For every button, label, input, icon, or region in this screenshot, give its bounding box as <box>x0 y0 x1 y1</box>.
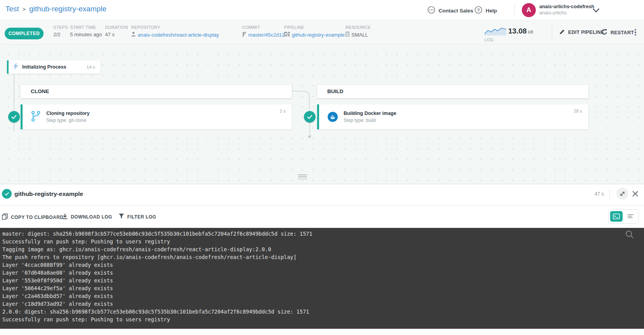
breadcrumb-parent-link[interactable]: Test <box>5 5 19 13</box>
contact-sales-button[interactable]: Contact Sales <box>427 6 473 15</box>
resource-icon <box>346 32 349 38</box>
connector-end-dot <box>308 135 311 138</box>
connector-build-tail <box>309 123 310 134</box>
contact-sales-label: Contact Sales <box>439 8 473 14</box>
log-panel: github-registry-example 47 s COPY TO CLI… <box>0 184 644 335</box>
terminal-icon <box>613 213 620 219</box>
stage-header-clone: CLONE <box>21 85 292 98</box>
panel-title: github-registry-example <box>14 190 83 197</box>
field-commit: COMMIT master/45c2d12 <box>242 25 284 38</box>
download-icon <box>62 213 68 220</box>
step-building-docker-image[interactable]: Building Docker image Step type: build 2… <box>317 104 588 129</box>
raw-text-view-button[interactable] <box>625 211 637 222</box>
help-icon: ? <box>474 6 483 15</box>
log-size-value: 13.08kB <box>508 27 533 35</box>
user-name: anais-urlichs-codefresh <box>539 4 594 9</box>
copy-to-clipboard-button[interactable]: COPY TO CLIPBOARD <box>2 213 63 221</box>
connector-clone-tail <box>14 123 14 131</box>
expand-panel-button[interactable] <box>616 188 628 200</box>
panel-success-check-icon <box>2 189 12 199</box>
more-options-kebab-icon[interactable] <box>632 28 639 37</box>
step-duration: 28 s <box>574 109 582 113</box>
log-line: Layer 'c2a463dbbd57' already exists <box>2 293 644 301</box>
step-subtitle: Step type: build <box>344 118 396 123</box>
log-line: Layer '553e0f8f950d' already exists <box>2 277 644 285</box>
pipeline-settings-icon <box>284 32 290 38</box>
field-pipeline: PIPELINE github-registry-example <box>284 25 345 38</box>
text-lines-icon <box>628 214 634 219</box>
connector-clone-to-build <box>292 91 310 111</box>
clone-success-check-icon <box>8 111 20 123</box>
step-subtitle: Step type: git-clone <box>46 118 89 123</box>
step-cloning-repository[interactable]: Cloning repository Step type: git-clone … <box>21 104 292 129</box>
pipeline-link[interactable]: github-registry-example <box>284 32 345 38</box>
field-steps: STEPS 2/2 <box>53 25 68 37</box>
panel-divider <box>609 189 610 199</box>
panel-resize-handle[interactable] <box>298 175 307 179</box>
help-button[interactable]: ? Help <box>474 6 497 15</box>
breadcrumb-separator: > <box>23 5 26 12</box>
field-repository: REPOSITORY anais-codefresh/react-article… <box>131 25 219 38</box>
log-line: master: digest: sha256:b9698f3cb577ce53e… <box>2 231 644 238</box>
log-line: The push refers to repository [ghcr.io/a… <box>2 254 644 262</box>
help-label: Help <box>486 8 497 14</box>
docker-icon <box>328 112 338 122</box>
repository-link[interactable]: anais-codefresh/react-article-display <box>131 32 219 38</box>
step-title: Building Docker image <box>344 111 396 116</box>
step-title: Cloning repository <box>46 111 89 116</box>
log-toolbar: COPY TO CLIPBOARD DOWNLOAD LOG FILTER LO… <box>0 205 644 228</box>
build-status-bar: COMPLETED STEPS 2/2 START TIME 5 minutes… <box>0 20 644 45</box>
log-line: Layer '4ccac0888f99' already exists <box>2 262 644 270</box>
header-divider <box>514 4 515 16</box>
log-line: Tagging image as: ghcr.io/anais-codefres… <box>2 246 644 254</box>
chevron-down-icon[interactable] <box>593 7 600 14</box>
step-duration: 2 s <box>280 109 286 113</box>
step-initializing-process[interactable]: Initializing Process 14 s <box>7 60 100 74</box>
log-line: Successfully ran push step: Pushing to u… <box>2 238 644 246</box>
user-icon <box>131 32 136 38</box>
log-size-widget: LOG <box>484 27 506 42</box>
top-header: Test > github-registry-example Contact S… <box>0 0 644 20</box>
filter-log-button[interactable]: FILTER LOG <box>119 213 156 220</box>
breadcrumb: Test > github-registry-example <box>5 5 107 13</box>
filter-funnel-icon <box>119 213 124 220</box>
terminal-view-button[interactable] <box>610 211 623 222</box>
codefresh-build-page: Test > github-registry-example Contact S… <box>0 0 644 335</box>
init-step-duration: 14 s <box>86 65 95 69</box>
user-avatar[interactable]: A <box>522 3 536 17</box>
edit-pipeline-button[interactable]: EDIT PIPELINE <box>559 29 604 36</box>
user-menu[interactable]: anais-urlichs-codefresh anais-urlichs <box>539 4 594 16</box>
log-output: master: digest: sha256:b9698f3cb577ce53e… <box>0 228 644 329</box>
close-icon <box>632 190 639 197</box>
stage-header-build: BUILD <box>317 85 588 98</box>
log-label: LOG <box>484 37 506 42</box>
status-badge: COMPLETED <box>5 28 44 39</box>
commit-link[interactable]: master/45c2d12 <box>242 32 284 38</box>
breadcrumb-current-link[interactable]: github-registry-example <box>29 5 107 13</box>
panel-duration: 47 s <box>595 191 604 197</box>
log-sparkline <box>484 27 506 35</box>
log-line: 2.0.0: digest: sha256:b9698f3cb577ce53eb… <box>2 309 644 316</box>
field-start-time: START TIME 5 minutes ago <box>70 25 102 37</box>
restart-button[interactable]: RESTART <box>601 29 634 36</box>
chat-bubble-icon <box>427 6 435 15</box>
log-line: Layer 'c18d9d73ad92' already exists <box>2 301 644 309</box>
log-view-toggle <box>608 209 639 224</box>
lightning-icon <box>13 63 18 71</box>
close-panel-button[interactable] <box>632 190 639 197</box>
statusbar-divider <box>552 25 552 40</box>
field-resource: RESOURCE SMALL <box>346 25 371 38</box>
build-success-check-icon <box>304 111 316 123</box>
log-line: Successfully ran push step: Pushing to u… <box>2 316 644 324</box>
pencil-icon <box>559 29 565 36</box>
search-icon[interactable] <box>625 230 634 241</box>
copy-icon <box>2 213 8 221</box>
svg-text:?: ? <box>477 8 480 12</box>
pipeline-canvas: Initializing Process 14 s CLONE BUILD Cl… <box>0 45 644 184</box>
expand-icon <box>619 190 626 197</box>
field-duration: DURATION 47 s <box>105 25 128 37</box>
log-line: Layer '50644c29ef5a' already exists <box>2 285 644 293</box>
connector-init-to-clone <box>14 74 14 111</box>
git-branch-icon <box>242 32 246 38</box>
download-log-button[interactable]: DOWNLOAD LOG <box>62 213 112 220</box>
